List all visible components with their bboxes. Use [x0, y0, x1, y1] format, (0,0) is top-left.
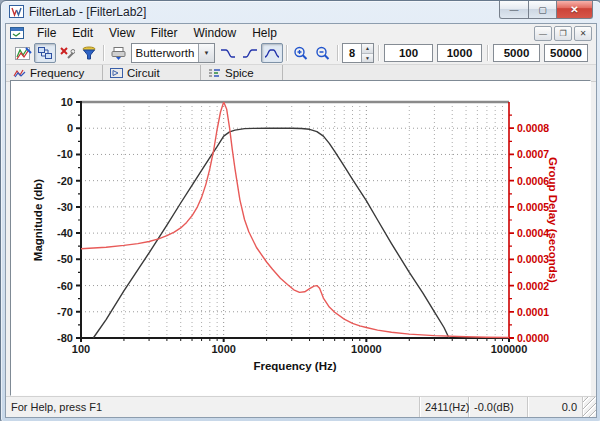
- maximize-button[interactable]: ▢: [529, 1, 557, 19]
- status-cursor-extra: 0.0: [528, 397, 583, 417]
- mdi-minimize-button[interactable]: —: [534, 26, 552, 41]
- menu-window[interactable]: Window: [186, 25, 245, 41]
- highpass-curve-icon: [242, 47, 258, 59]
- left-axis-label: Magnitude (db): [32, 179, 44, 261]
- zoom-out-icon: [315, 46, 331, 60]
- tab-circuit[interactable]: Circuit: [103, 65, 201, 81]
- maximize-icon: ▢: [538, 5, 547, 15]
- status-cursor-magnitude: -0.0(dB): [469, 397, 528, 417]
- status-cursor-frequency: 2411(Hz): [420, 397, 469, 417]
- print-export-button[interactable]: [107, 43, 129, 63]
- highpass-shape-button[interactable]: [239, 43, 261, 63]
- filter-type-value: Butterworth: [132, 47, 198, 59]
- x-axis-label: Frequency (Hz): [81, 360, 509, 372]
- freq-field-4[interactable]: 50000: [544, 44, 588, 62]
- order-spinner[interactable]: 8 ▲ ▼: [342, 43, 374, 63]
- print-export-icon: [110, 46, 127, 60]
- filter-funnel-icon: [81, 46, 97, 60]
- zoom-out-button[interactable]: [312, 43, 334, 63]
- freq-field-2[interactable]: 1000: [437, 44, 482, 62]
- minimize-icon: —: [510, 5, 519, 15]
- filter-type-combobox[interactable]: Butterworth ▼: [131, 43, 215, 63]
- circuit-view-button[interactable]: [34, 43, 56, 63]
- toolbar-separator: [103, 45, 104, 61]
- client-area: File Edit View Filter Window Help — ❐ ✕: [5, 23, 597, 418]
- minimize-button[interactable]: —: [499, 1, 529, 19]
- status-help: For Help, press F1: [6, 397, 420, 417]
- circuit-tab-icon: [110, 68, 123, 78]
- mdi-controls: — ❐ ✕: [534, 26, 592, 41]
- spice-tab-icon: [208, 68, 221, 78]
- toolbar-separator: [286, 45, 287, 61]
- menubar: File Edit View Filter Window Help — ❐ ✕: [6, 24, 596, 42]
- close-icon: ✕: [570, 4, 578, 15]
- spin-down-icon[interactable]: ▼: [362, 54, 373, 63]
- spice-tools-icon: [59, 46, 75, 60]
- tab-spice[interactable]: Spice: [201, 65, 283, 81]
- menu-file[interactable]: File: [29, 25, 64, 41]
- tab-label: Frequency: [30, 67, 84, 79]
- plot-document[interactable]: [10, 80, 591, 396]
- window-title: FilterLab - [FilterLab2]: [29, 5, 146, 19]
- tab-label: Spice: [225, 67, 254, 79]
- close-button[interactable]: ✕: [557, 1, 593, 19]
- circuit-view-icon: [37, 46, 53, 60]
- toolbar-separator: [378, 45, 379, 61]
- filter-funnel-button[interactable]: [78, 43, 100, 63]
- toolbar: Butterworth ▼: [6, 42, 596, 64]
- spice-tools-button[interactable]: [56, 43, 78, 63]
- bandpass-curve-icon: [264, 47, 280, 59]
- zoom-in-icon: [293, 46, 309, 60]
- child-window-icon: [10, 27, 24, 39]
- toolbar-separator: [487, 45, 488, 61]
- mdi-close-icon: ✕: [580, 29, 587, 38]
- app-icon: [9, 5, 24, 18]
- statusbar: For Help, press F1 2411(Hz) -0.0(dB) 0.0: [6, 396, 596, 417]
- mdi-restore-icon: ❐: [559, 29, 566, 38]
- zoom-in-button[interactable]: [290, 43, 312, 63]
- lowpass-shape-button[interactable]: [217, 43, 239, 63]
- mdi-close-button[interactable]: ✕: [574, 26, 592, 41]
- freq-field-1[interactable]: 100: [384, 44, 433, 62]
- tab-label: Circuit: [127, 67, 160, 79]
- response-plot-icon: [15, 46, 32, 61]
- mdi-minimize-icon: —: [539, 29, 547, 38]
- caption-buttons: — ▢ ✕: [499, 1, 593, 19]
- filterlab-window: FilterLab - [FilterLab2] — ▢ ✕ File Edit…: [0, 0, 600, 421]
- lowpass-curve-icon: [220, 47, 236, 59]
- menu-view[interactable]: View: [101, 25, 143, 41]
- resize-grip[interactable]: [583, 397, 596, 417]
- tab-frequency[interactable]: Frequency: [6, 65, 103, 81]
- titlebar: FilterLab - [FilterLab2] — ▢ ✕: [1, 1, 600, 23]
- spinner-buttons: ▲ ▼: [361, 44, 373, 62]
- menu-filter[interactable]: Filter: [143, 25, 186, 41]
- order-value: 8: [343, 44, 361, 62]
- right-axis-label: Group Delay (seconds): [547, 157, 559, 283]
- menu-edit[interactable]: Edit: [64, 25, 101, 41]
- mdi-restore-button[interactable]: ❐: [554, 26, 572, 41]
- chevron-down-icon[interactable]: ▼: [198, 44, 214, 62]
- response-plot-button[interactable]: [12, 43, 34, 63]
- freq-field-3[interactable]: 5000: [493, 44, 540, 62]
- bandpass-shape-button[interactable]: [261, 43, 283, 63]
- toolbar-separator: [337, 45, 338, 61]
- menu-help[interactable]: Help: [244, 25, 285, 41]
- frequency-tab-icon: [13, 68, 26, 78]
- spin-up-icon[interactable]: ▲: [362, 44, 373, 54]
